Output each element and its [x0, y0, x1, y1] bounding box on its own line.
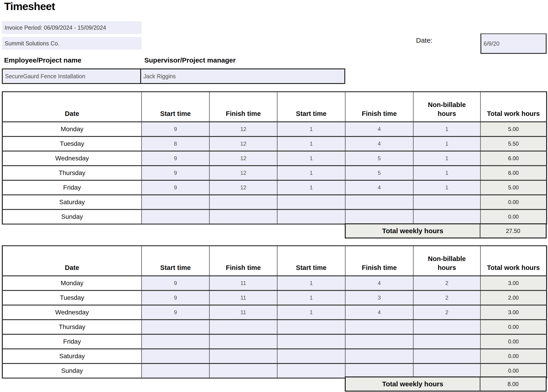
start-time-1-cell[interactable]: 9: [142, 151, 209, 166]
start-time-1-cell[interactable]: 8: [142, 136, 209, 151]
total-work-hours-cell: 0.00: [480, 210, 547, 224]
finish-time-2-cell[interactable]: [345, 320, 413, 334]
total-work-hours-cell: 6.00: [480, 166, 547, 180]
col-header-date: Date: [2, 246, 142, 276]
start-time-1-cell[interactable]: 9: [142, 166, 209, 180]
finish-time-2-cell[interactable]: 4: [345, 180, 413, 195]
finish-time-2-cell[interactable]: 4: [345, 136, 413, 151]
finish-time-1-cell[interactable]: [209, 320, 277, 334]
start-time-1-cell[interactable]: [142, 349, 209, 364]
start-time-1-cell[interactable]: [142, 195, 209, 210]
finish-time-1-cell[interactable]: 12: [209, 151, 277, 166]
employee-project-name-input[interactable]: [3, 69, 141, 83]
finish-time-1-cell[interactable]: 11: [209, 276, 277, 290]
finish-time-1-cell[interactable]: 12: [209, 180, 277, 195]
finish-time-2-cell[interactable]: [345, 334, 413, 349]
finish-time-2-cell[interactable]: 4: [345, 305, 413, 320]
table-row-friday: Friday 9 12 1 4 1 5.00: [2, 180, 547, 195]
non-billable-hours-cell[interactable]: 1: [413, 136, 480, 151]
non-billable-hours-cell[interactable]: 1: [413, 122, 480, 136]
finish-time-1-cell[interactable]: [209, 364, 277, 378]
start-time-1-cell[interactable]: [142, 320, 209, 334]
week2-total-row: Total weekly hours 8.00: [345, 377, 547, 392]
finish-time-1-cell[interactable]: [209, 195, 277, 210]
table-row-monday: Monday 9 11 1 4 2 3.00: [2, 276, 547, 290]
day-cell: Friday: [2, 334, 142, 349]
col-header-finish-time-2: Finish time: [345, 246, 413, 276]
day-cell: Saturday: [2, 195, 142, 210]
table-row-thursday: Thursday 9 12 1 5 1 6.00: [2, 166, 547, 180]
finish-time-2-cell[interactable]: [345, 349, 413, 364]
start-time-2-cell[interactable]: [277, 210, 345, 224]
start-time-1-cell[interactable]: [142, 210, 209, 224]
col-header-finish-time-1: Finish time: [209, 246, 277, 276]
finish-time-1-cell[interactable]: 12: [209, 122, 277, 136]
non-billable-hours-cell[interactable]: 1: [413, 180, 480, 195]
non-billable-hours-cell[interactable]: [413, 320, 480, 334]
total-work-hours-cell: 0.00: [480, 320, 547, 334]
finish-time-1-cell[interactable]: 12: [209, 166, 277, 180]
col-header-date: Date: [2, 92, 142, 122]
start-time-2-cell[interactable]: 1: [277, 122, 345, 136]
table-row-sunday: Sunday 0.00: [2, 364, 547, 378]
start-time-1-cell[interactable]: 9: [142, 122, 209, 136]
start-time-2-cell[interactable]: 1: [277, 136, 345, 151]
non-billable-hours-cell[interactable]: 2: [413, 276, 480, 290]
non-billable-hours-cell[interactable]: [413, 210, 480, 224]
supervisor-project-manager-input[interactable]: [141, 69, 344, 83]
non-billable-hours-cell[interactable]: [413, 334, 480, 349]
start-time-2-cell[interactable]: 1: [277, 166, 345, 180]
non-billable-hours-cell[interactable]: 1: [413, 166, 480, 180]
finish-time-2-cell[interactable]: [345, 195, 413, 210]
start-time-1-cell[interactable]: 9: [142, 305, 209, 320]
non-billable-hours-cell[interactable]: [413, 364, 480, 378]
finish-time-2-cell[interactable]: 5: [345, 166, 413, 180]
table-row-tuesday: Tuesday 8 12 1 4 1 5.50: [2, 136, 547, 151]
non-billable-hours-cell[interactable]: 1: [413, 151, 480, 166]
finish-time-2-cell[interactable]: 4: [345, 276, 413, 290]
start-time-2-cell[interactable]: 1: [277, 180, 345, 195]
non-billable-hours-cell[interactable]: [413, 195, 480, 210]
start-time-1-cell[interactable]: [142, 364, 209, 378]
start-time-2-cell[interactable]: 1: [277, 276, 345, 290]
finish-time-1-cell[interactable]: 11: [209, 290, 277, 305]
total-work-hours-cell: 2.00: [480, 290, 547, 305]
start-time-2-cell[interactable]: [277, 320, 345, 334]
total-work-hours-cell: 0.00: [480, 364, 547, 378]
start-time-2-cell[interactable]: [277, 195, 345, 210]
finish-time-2-cell[interactable]: [345, 210, 413, 224]
start-time-2-cell[interactable]: 1: [277, 290, 345, 305]
company-name-text: Summit Solutions Co.: [2, 37, 142, 50]
start-time-1-cell[interactable]: 9: [142, 180, 209, 195]
finish-time-2-cell[interactable]: 4: [345, 122, 413, 136]
finish-time-1-cell[interactable]: 11: [209, 305, 277, 320]
employee-project-name-label: Employee/Project name: [4, 56, 81, 64]
start-time-1-cell[interactable]: 9: [142, 276, 209, 290]
non-billable-hours-cell[interactable]: 2: [413, 290, 480, 305]
start-time-1-cell[interactable]: 9: [142, 290, 209, 305]
start-time-2-cell[interactable]: [277, 349, 345, 364]
finish-time-1-cell[interactable]: [209, 349, 277, 364]
start-time-2-cell[interactable]: 1: [277, 151, 345, 166]
table-row-saturday: Saturday 0.00: [2, 349, 547, 364]
week2-header-row: Date Start time Finish time Start time F…: [2, 246, 547, 276]
start-time-1-cell[interactable]: [142, 334, 209, 349]
start-time-2-cell[interactable]: [277, 334, 345, 349]
finish-time-2-cell[interactable]: [345, 364, 413, 378]
date-label: Date:: [416, 36, 433, 44]
non-billable-hours-cell[interactable]: [413, 349, 480, 364]
col-header-start-time-2: Start time: [277, 92, 345, 122]
non-billable-hours-cell[interactable]: 2: [413, 305, 480, 320]
finish-time-1-cell[interactable]: 12: [209, 136, 277, 151]
finish-time-2-cell[interactable]: 3: [345, 290, 413, 305]
start-time-2-cell[interactable]: [277, 364, 345, 378]
total-work-hours-cell: 3.00: [480, 276, 547, 290]
finish-time-2-cell[interactable]: 5: [345, 151, 413, 166]
total-work-hours-cell: 0.00: [480, 334, 547, 349]
finish-time-1-cell[interactable]: [209, 210, 277, 224]
col-header-total-work-hours: Total work hours: [480, 246, 547, 276]
start-time-2-cell[interactable]: 1: [277, 305, 345, 320]
supervisor-project-manager-label: Supervisor/Project manager: [144, 56, 236, 64]
date-input[interactable]: [480, 33, 547, 54]
finish-time-1-cell[interactable]: [209, 334, 277, 349]
